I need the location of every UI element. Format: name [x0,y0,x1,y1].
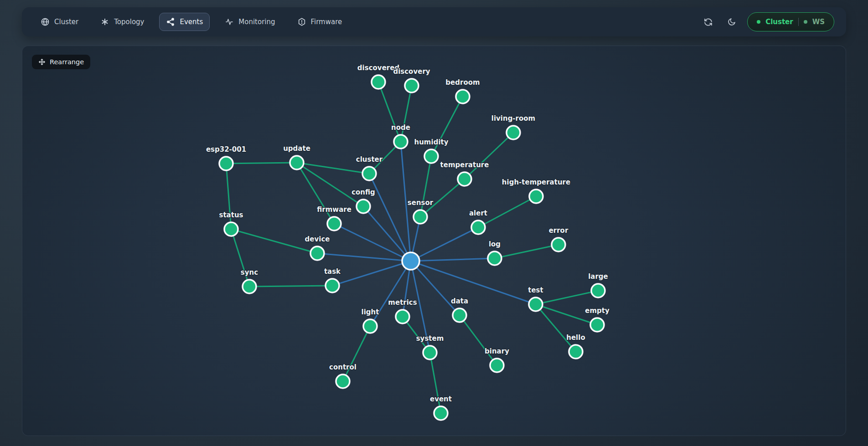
theme-toggle-button[interactable] [723,14,740,30]
graph-node-hello[interactable] [569,345,583,359]
top-nav: Cluster Topology Events [22,7,846,36]
graph-node-living-room[interactable] [506,126,520,139]
hub-asterisk-icon [100,17,109,26]
graph-node-bedroom[interactable] [456,90,470,103]
graph-node-humidity[interactable] [424,149,438,163]
graph-node-large[interactable] [591,284,605,297]
share-icon [166,17,175,26]
nav-actions: Cluster WS [700,12,834,31]
tab-label: Cluster [54,19,78,26]
graph-node-metrics[interactable] [396,310,409,323]
graph-node-config[interactable] [356,200,370,213]
graph-node-high-temperature[interactable] [529,190,543,203]
graph-node-data[interactable] [453,308,466,322]
ws-status-dot [804,20,807,24]
graph-node-temperature[interactable] [458,172,471,186]
graph-hub-node[interactable] [402,252,419,270]
graph-node-binary[interactable] [490,359,504,372]
cluster-status-dot [757,20,760,24]
graph-node-discovered[interactable] [372,75,385,89]
graph-node-light[interactable] [363,319,377,333]
cluster-status-label: Cluster [765,19,793,26]
graph-node-esp32-001[interactable] [219,157,233,170]
connection-status-badge: Cluster WS [747,12,834,31]
graph-canvas-panel[interactable]: Rearrange [22,46,846,436]
graph-node-sensor[interactable] [413,210,427,224]
graph-node-firmware[interactable] [327,217,341,231]
rearrange-button[interactable]: Rearrange [32,55,90,69]
graph-node-empty[interactable] [590,318,604,332]
graph-node-device[interactable] [310,246,324,260]
refresh-icon [703,17,713,27]
graph-node-log[interactable] [488,251,501,265]
globe-icon [41,17,50,26]
graph-node-system[interactable] [423,346,437,359]
graph-node-task[interactable] [326,279,339,292]
tab-events[interactable]: Events [159,13,210,31]
graph-node-event[interactable] [434,406,448,420]
rearrange-label: Rearrange [50,58,84,66]
shield-alert-icon [297,17,306,26]
refresh-button[interactable] [700,14,716,30]
tab-label: Monitoring [238,19,275,26]
graph-node-status[interactable] [224,222,238,236]
move-icon [38,58,46,66]
graph-node-node[interactable] [394,135,408,149]
tab-firmware[interactable]: Firmware [290,13,349,31]
graph-node-alert[interactable] [471,220,485,234]
ws-status-label: WS [812,19,825,26]
graph-node-control[interactable] [336,374,350,388]
graph-node-test[interactable] [529,297,542,311]
badge-divider [798,18,799,26]
graph-node-error[interactable] [552,238,565,251]
activity-icon [225,17,234,26]
tab-label: Firmware [311,19,342,26]
tab-topology[interactable]: Topology [93,13,151,31]
tab-label: Topology [114,19,144,26]
graph-node-update[interactable] [290,156,304,169]
tab-label: Events [180,19,203,26]
tab-monitoring[interactable]: Monitoring [218,13,282,31]
moon-icon [727,17,736,26]
tab-cluster[interactable]: Cluster [34,13,85,31]
graph-node-cluster[interactable] [362,167,376,180]
graph-node-discovery[interactable] [405,79,418,92]
nav-tabs: Cluster Topology Events [34,13,349,31]
graph-node-sync[interactable] [243,280,256,293]
